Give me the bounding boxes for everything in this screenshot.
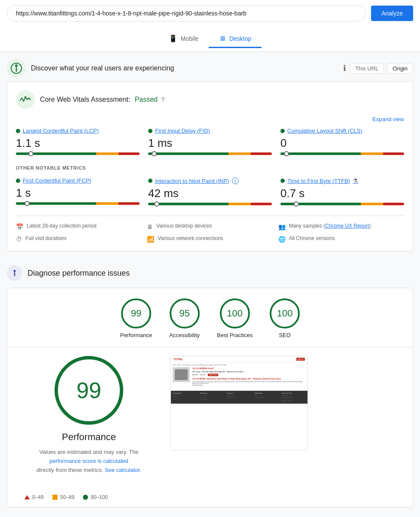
footer-item-5-text: All Chrome versions [289,235,335,241]
diagnose-header-row: Diagnose performance issues [0,258,420,288]
diagnose-title: Diagnose performance issues [27,269,130,278]
inp-bar [148,203,272,205]
cls-value: 0 [280,137,404,150]
lcp-label[interactable]: Largest Contentful Paint (LCP) [16,128,140,134]
main-metrics-grid: Largest Contentful Paint (LCP) 1.1 s Fir… [16,128,404,157]
cwv-wave-icon [16,90,35,109]
chrome-ux-link[interactable]: Chrome UX Report [325,223,369,229]
perf-big-title: Performance [62,432,116,443]
score-label-performance: Performance [120,332,152,338]
info-icon[interactable]: ℹ [343,64,346,73]
cwv-status: Passed [135,96,158,103]
tab-desktop-label: Desktop [229,35,251,42]
footer-item-5: 🌐 All Chrome versions [278,235,404,243]
metric-fid: First Input Delay (FID) 1 ms [148,128,272,157]
ttfb-needle [294,201,299,207]
ttfb-lab-icon: ⚗ [353,177,358,184]
url-input[interactable] [7,5,366,21]
fcp-label[interactable]: First Contentful Paint (FCP) [16,177,140,184]
lcp-dot [16,129,20,133]
fcp-dot [16,179,20,183]
see-calculator-link[interactable]: See calculator. [105,467,141,473]
fid-dot [148,129,152,133]
inp-needle [154,201,159,207]
inp-dot [148,179,152,183]
screenshot-content: TITAN. Sign In Home > Shop > Hose Fittin… [171,356,307,450]
inp-label[interactable]: Interaction to Next Paint (INP) i [148,177,272,184]
ttfb-label[interactable]: Time to First Byte (TTFB) ⚗ [280,177,404,184]
legend-fail: 0–49 [24,494,44,500]
mobile-icon: 📱 [169,34,177,43]
ttfb-label-text: Time to First Byte (TTFB) [287,178,350,184]
footer-item-2: 👥 Many samples (Chrome UX Report) [278,223,404,230]
cls-dot [280,129,285,133]
score-seo: 100 SEO [270,298,300,338]
perf-calc-link[interactable]: performance score is calculated [49,458,128,464]
metric-lcp: Largest Contentful Paint (LCP) 1.1 s [16,128,140,157]
cwv-assessment-label: Core Web Vitals Assessment: Passed ? [40,96,164,103]
cls-label[interactable]: Cumulative Layout Shift (CLS) [280,128,404,134]
lcp-needle [28,151,33,156]
timer-icon: ⏱ [16,236,22,243]
metric-cls: Cumulative Layout Shift (CLS) 0 [280,128,404,157]
legend-average: 50–89 [52,494,74,500]
tab-mobile-label: Mobile [181,35,198,42]
footer-item-0-text: Latest 28-day collection period [27,223,97,229]
perf-description: Values are estimated and may vary. The p… [24,448,153,474]
fail-range: 0–49 [32,494,44,500]
crux-header: Discover what your real users are experi… [0,52,420,81]
inp-label-text: Interaction to Next Paint (INP) [155,178,229,184]
inp-value: 42 ms [148,187,272,200]
tab-bar: 📱 Mobile 🖥 Desktop [0,27,420,52]
cwv-label-text: Core Web Vitals Assessment: [40,96,130,103]
pass-range: 90–100 [91,494,108,500]
score-accessibility: 95 Accessibility [169,298,200,338]
fid-label-text: First Input Delay (FID) [155,128,210,134]
analyze-button[interactable]: Analyze [371,6,413,21]
score-circle-performance: 99 [121,298,151,328]
desktop-icon: 🖥 [219,35,226,43]
expand-view-link[interactable]: Expand view [16,116,404,122]
fid-needle [152,151,157,156]
fcp-needle [24,201,30,206]
svg-point-1 [15,64,18,67]
devices-icon: 🖥 [147,223,153,230]
score-performance: 99 Performance [120,298,152,338]
footer-item-3-text: Full visit durations [25,235,67,241]
performance-detail: 99 Performance Values are estimated and … [7,347,413,487]
scores-grid: 99 Performance 95 Accessibility 100 Best… [7,288,413,347]
fcp-value: 1 s [16,186,140,200]
score-label-accessibility: Accessibility [169,332,200,338]
average-range: 50–89 [60,494,74,500]
this-url-button[interactable]: This URL [350,63,384,74]
fcp-bar [16,202,140,205]
ttfb-bar [280,203,404,205]
tab-mobile[interactable]: 📱 Mobile [158,30,209,48]
perf-desc-2: directly from these metrics. [37,467,103,473]
page-screenshot: TITAN. Sign In Home > Shop > Hose Fittin… [170,356,308,450]
perf-left-panel: 99 Performance Values are estimated and … [24,356,153,474]
svg-point-3 [24,96,26,98]
cwv-help-icon[interactable]: ? [161,96,164,103]
svg-point-5 [14,270,16,272]
cls-bar [280,152,404,155]
cls-needle [284,151,289,156]
legend-pass: 90–100 [83,494,108,500]
crux-icon [7,59,26,78]
lcp-label-text: Largest Contentful Paint (LCP) [23,128,99,134]
other-metrics-header: OTHER NOTABLE METRICS [16,165,404,170]
perf-desc-1: Values are estimated and may vary. The [39,449,138,455]
network-icon: 📶 [147,236,154,243]
lcp-bar [16,152,140,155]
inp-info-icon[interactable]: i [232,177,239,184]
origin-button[interactable]: Origin [387,63,413,74]
perf-right-panel: TITAN. Sign In Home > Shop > Hose Fittin… [170,356,396,450]
tab-desktop[interactable]: 🖥 Desktop [209,30,262,48]
fid-label[interactable]: First Input Delay (FID) [148,128,272,134]
scores-section: 99 Performance 95 Accessibility 100 Best… [7,288,413,508]
footer-item-4: 📶 Various network connections [147,235,273,243]
cwv-assessment-header: Core Web Vitals Assessment: Passed ? [16,90,404,109]
metric-fcp: First Contentful Paint (FCP) 1 s [16,177,140,207]
footer-item-4-text: Various network connections [158,235,223,241]
metric-inp: Interaction to Next Paint (INP) i 42 ms [148,177,272,207]
